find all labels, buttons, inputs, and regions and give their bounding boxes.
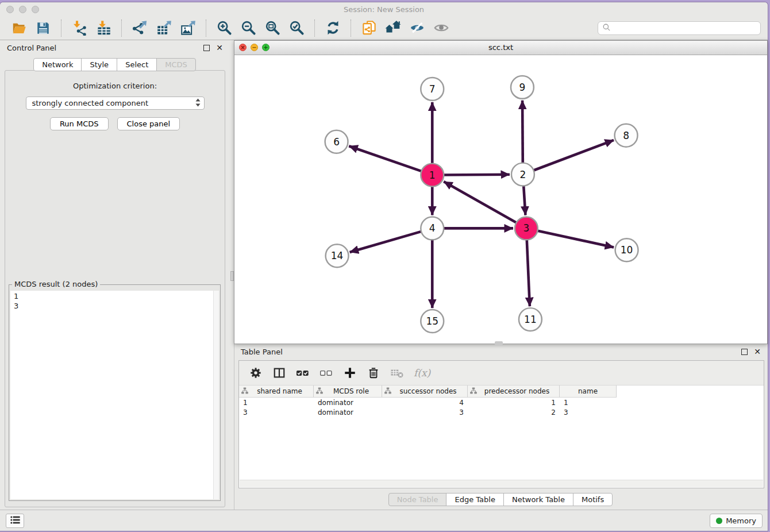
edge-3-11[interactable] xyxy=(527,238,530,306)
table-cell[interactable]: dominator xyxy=(314,408,382,417)
node-11[interactable]: 11 xyxy=(519,308,542,331)
result-scrollbar[interactable] xyxy=(213,291,219,499)
close-panel-icon[interactable]: ✕ xyxy=(216,44,223,52)
settings-gear-icon[interactable] xyxy=(249,365,263,380)
select-all-icon[interactable] xyxy=(296,365,310,380)
node-14[interactable]: 14 xyxy=(326,244,349,267)
zoom-fit-icon[interactable] xyxy=(264,20,281,37)
table-cell[interactable]: 1 xyxy=(239,399,314,407)
edge-1-6[interactable] xyxy=(349,146,422,171)
close-table-panel-icon[interactable]: ✕ xyxy=(754,348,761,356)
deselect-all-icon[interactable] xyxy=(319,365,333,380)
function-builder-icon[interactable]: f(x) xyxy=(414,365,430,380)
home-icon[interactable] xyxy=(384,20,402,37)
network-canvas[interactable]: 1234678910111415 xyxy=(234,55,767,344)
table-cell[interactable]: dominator xyxy=(314,399,382,407)
network-zoom-button[interactable]: + xyxy=(262,44,270,51)
column-header-name[interactable]: name xyxy=(560,385,617,398)
edge-2-8[interactable] xyxy=(533,140,614,171)
app-titlebar: Session: New Session xyxy=(0,2,768,16)
node-15[interactable]: 15 xyxy=(421,310,444,333)
node-4[interactable]: 4 xyxy=(421,217,444,240)
export-network-icon[interactable] xyxy=(131,20,148,37)
import-network-icon[interactable] xyxy=(71,20,88,37)
open-session-icon[interactable] xyxy=(10,20,28,37)
node-9[interactable]: 9 xyxy=(511,76,534,99)
float-panel-icon[interactable] xyxy=(203,45,210,51)
task-list-button[interactable] xyxy=(6,514,24,528)
edge-3-1[interactable] xyxy=(444,182,517,223)
close-panel-button[interactable]: Close panel xyxy=(117,117,180,130)
show-eye-icon[interactable] xyxy=(433,20,450,37)
main-area: Control Panel ✕ NetworkStyleSelectMCDS O… xyxy=(0,40,768,510)
table-cell[interactable]: 2 xyxy=(468,408,560,417)
column-header-MCDS-role[interactable]: MCDS role xyxy=(314,385,382,398)
tab-mcds[interactable]: MCDS xyxy=(156,58,196,71)
tab-network-table[interactable]: Network Table xyxy=(503,493,573,506)
toolbar-separator xyxy=(121,20,122,37)
node-6[interactable]: 6 xyxy=(325,130,348,153)
table-row[interactable]: 1dominator411 xyxy=(239,398,764,407)
zoom-window-button[interactable] xyxy=(32,6,39,13)
minimize-window-button[interactable] xyxy=(19,6,26,13)
edge-3-10[interactable] xyxy=(536,230,614,247)
network-minimize-button[interactable]: − xyxy=(251,44,258,51)
tab-network[interactable]: Network xyxy=(33,58,82,71)
copy-network-icon[interactable] xyxy=(360,20,378,37)
export-image-icon[interactable] xyxy=(179,20,197,37)
delete-table-icon[interactable] xyxy=(390,365,404,380)
table-cell[interactable]: 3 xyxy=(382,408,468,417)
close-window-button[interactable] xyxy=(6,6,14,13)
search-box[interactable] xyxy=(598,21,761,35)
table-cell[interactable]: 3 xyxy=(560,408,617,417)
hide-eye-icon[interactable] xyxy=(409,20,426,37)
table-row[interactable]: 3dominator323 xyxy=(239,408,764,417)
network-window-titlebar[interactable]: × − + scc.txt xyxy=(234,41,767,55)
horizontal-splitter-handle[interactable] xyxy=(495,341,503,345)
node-10[interactable]: 10 xyxy=(615,238,638,261)
memory-button[interactable]: Memory xyxy=(710,514,763,528)
edge-1-2[interactable] xyxy=(442,175,510,175)
save-session-icon[interactable] xyxy=(34,20,52,37)
node-label: 2 xyxy=(520,169,526,180)
edge-2-3[interactable] xyxy=(523,185,525,215)
float-table-panel-icon[interactable] xyxy=(741,349,748,355)
import-table-icon[interactable] xyxy=(95,20,112,37)
column-header-shared-name[interactable]: shared name xyxy=(239,385,314,398)
table-scrollbar[interactable] xyxy=(240,480,763,487)
tab-node-table[interactable]: Node Table xyxy=(388,493,447,506)
node-3[interactable]: 3 xyxy=(515,217,538,240)
refresh-layout-icon[interactable] xyxy=(324,20,341,37)
node-label: 15 xyxy=(426,315,438,327)
export-table-icon[interactable] xyxy=(155,20,172,37)
zoom-out-icon[interactable] xyxy=(240,20,257,37)
split-panel-icon[interactable] xyxy=(272,365,286,380)
search-input[interactable] xyxy=(614,23,756,33)
table-cell[interactable]: 1 xyxy=(560,399,617,407)
edge-2-9[interactable] xyxy=(522,101,523,164)
criterion-select[interactable]: strongly connected component xyxy=(26,97,205,110)
node-1[interactable]: 1 xyxy=(421,164,444,187)
node-7[interactable]: 7 xyxy=(421,78,444,101)
node-2[interactable]: 2 xyxy=(511,163,534,186)
mcds-result-list[interactable]: 13 xyxy=(10,291,219,499)
column-header-predecessor-nodes[interactable]: predecessor nodes xyxy=(468,385,560,398)
mcds-result-title: MCDS result (2 nodes) xyxy=(12,280,100,288)
zoom-selected-icon[interactable] xyxy=(288,20,305,37)
table-cell[interactable]: 1 xyxy=(468,399,560,407)
node-8[interactable]: 8 xyxy=(615,124,638,147)
network-graph[interactable]: 1234678910111415 xyxy=(234,55,767,344)
tab-style[interactable]: Style xyxy=(81,58,117,71)
column-header-successor-nodes[interactable]: successor nodes xyxy=(382,385,468,398)
zoom-in-icon[interactable] xyxy=(215,20,233,37)
run-mcds-button[interactable]: Run MCDS xyxy=(50,117,109,130)
table-cell[interactable]: 3 xyxy=(239,408,314,417)
table-cell[interactable]: 4 xyxy=(382,399,468,407)
network-close-button[interactable]: × xyxy=(239,44,247,51)
tab-edge-table[interactable]: Edge Table xyxy=(446,493,503,506)
add-column-icon[interactable] xyxy=(343,365,357,380)
delete-column-icon[interactable] xyxy=(367,365,380,380)
edge-4-14[interactable] xyxy=(350,231,422,252)
tab-select[interactable]: Select xyxy=(117,58,157,71)
tab-motifs[interactable]: Motifs xyxy=(573,493,613,506)
